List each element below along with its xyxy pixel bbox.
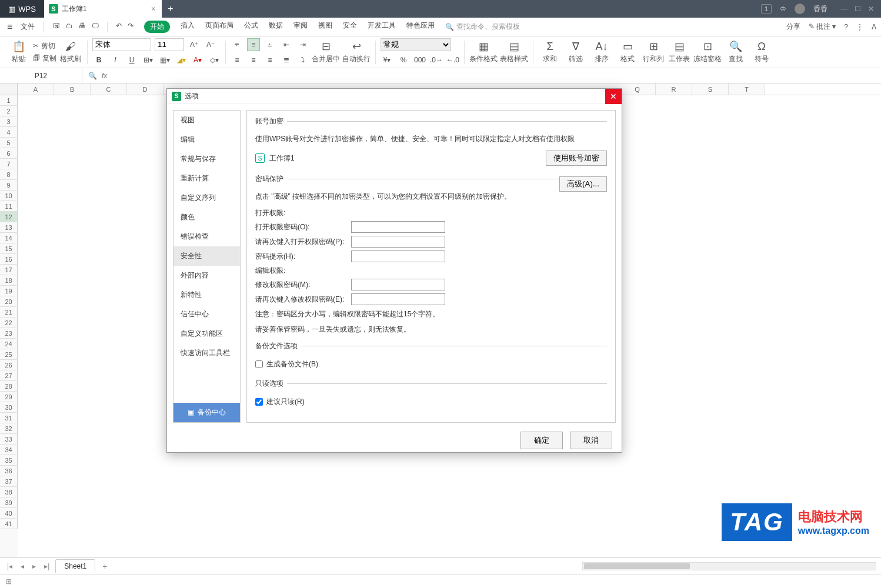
- zoom-icon[interactable]: 🔍: [88, 72, 97, 80]
- file-menu[interactable]: 文件: [17, 22, 38, 32]
- format-painter-button[interactable]: 🖌格式刷: [59, 38, 82, 66]
- fx-icon[interactable]: fx: [102, 72, 107, 80]
- row-header[interactable]: 7: [0, 159, 18, 169]
- row-header[interactable]: 30: [0, 402, 18, 413]
- maximize-icon[interactable]: ☐: [855, 5, 861, 13]
- sidebar-item-general[interactable]: 常规与保存: [173, 149, 240, 169]
- sheet-nav-last-icon[interactable]: ▸|: [42, 562, 52, 570]
- align-right-icon[interactable]: ≡: [263, 54, 276, 66]
- dialog-close-button[interactable]: ✕: [605, 89, 622, 104]
- vip-icon[interactable]: ♔: [780, 5, 786, 13]
- tab-page-layout[interactable]: 页面布局: [205, 21, 233, 33]
- font-name-input[interactable]: [92, 38, 151, 51]
- close-tab-icon[interactable]: ×: [151, 4, 156, 14]
- sheet-nav-prev-icon[interactable]: ◂: [18, 562, 26, 570]
- row-header[interactable]: 5: [0, 138, 18, 148]
- row-header[interactable]: 20: [0, 296, 18, 307]
- row-header[interactable]: 12: [0, 212, 18, 222]
- comment-button[interactable]: ✎ 批注 ▾: [809, 22, 836, 32]
- share-button[interactable]: 分享: [786, 22, 800, 32]
- align-center-icon[interactable]: ≡: [247, 54, 260, 66]
- add-sheet-button[interactable]: +: [99, 562, 111, 571]
- collapse-ribbon-icon[interactable]: ᐱ: [872, 23, 876, 31]
- sidebar-item-color[interactable]: 颜色: [173, 208, 240, 227]
- tab-special[interactable]: 特色应用: [406, 21, 435, 33]
- col-header[interactable]: Q: [619, 83, 656, 95]
- tab-data[interactable]: 数据: [269, 21, 283, 33]
- sort-button[interactable]: A↓排序: [590, 38, 613, 66]
- row-header[interactable]: 19: [0, 286, 18, 296]
- hamburger-icon[interactable]: ≡: [5, 22, 15, 32]
- row-header[interactable]: 8: [0, 169, 18, 180]
- row-header[interactable]: 24: [0, 339, 18, 349]
- row-header[interactable]: 18: [0, 275, 18, 286]
- backup-center-button[interactable]: ▣ 备份中心: [173, 403, 240, 422]
- row-header[interactable]: 21: [0, 307, 18, 318]
- align-bottom-icon[interactable]: ⫨: [263, 38, 276, 51]
- row-header[interactable]: 17: [0, 265, 18, 275]
- percent-icon[interactable]: %: [397, 54, 410, 66]
- font-color-button[interactable]: A▾: [191, 54, 204, 66]
- col-header[interactable]: S: [692, 83, 729, 95]
- row-header[interactable]: 16: [0, 254, 18, 265]
- currency-icon[interactable]: ¥▾: [381, 54, 393, 66]
- increase-indent-icon[interactable]: ⇥: [296, 38, 309, 51]
- increase-decimal-icon[interactable]: .0→: [430, 54, 443, 66]
- increase-font-icon[interactable]: A⁺: [188, 38, 201, 51]
- sidebar-item-edit[interactable]: 编辑: [173, 130, 240, 149]
- border-button[interactable]: ⊞▾: [142, 54, 155, 66]
- wps-logo[interactable]: ▥ WPS: [0, 0, 44, 18]
- wrap-text-button[interactable]: ↩自动换行: [342, 38, 371, 66]
- row-header[interactable]: 26: [0, 360, 18, 370]
- find-button[interactable]: 🔍查找: [724, 38, 747, 66]
- justify-icon[interactable]: ≣: [280, 54, 293, 66]
- underline-button[interactable]: U: [125, 54, 138, 66]
- italic-button[interactable]: I: [109, 54, 122, 66]
- minimize-icon[interactable]: —: [840, 5, 847, 13]
- sheet-nav-next-icon[interactable]: ▸: [30, 562, 38, 570]
- row-header[interactable]: 15: [0, 243, 18, 254]
- bold-button[interactable]: B: [92, 54, 105, 66]
- merge-center-button[interactable]: ⊟合并居中: [312, 38, 340, 66]
- sidebar-item-custom-ribbon[interactable]: 自定义功能区: [173, 324, 240, 343]
- cancel-button[interactable]: 取消: [570, 432, 612, 449]
- name-box[interactable]: P12: [0, 68, 82, 83]
- number-format-select[interactable]: 常规: [381, 38, 451, 51]
- symbol-button[interactable]: Ω符号: [750, 38, 773, 66]
- use-account-encrypt-button[interactable]: 使用账号加密: [546, 151, 607, 166]
- worksheet-button[interactable]: ▤工作表: [668, 38, 691, 66]
- sidebar-item-new-feature[interactable]: 新特性: [173, 285, 240, 305]
- col-header[interactable]: B: [54, 83, 91, 95]
- avatar-icon[interactable]: [795, 4, 805, 14]
- row-header[interactable]: 31: [0, 413, 18, 423]
- freeze-button[interactable]: ⊡冻结窗格: [693, 38, 722, 66]
- document-tab[interactable]: S 工作簿1 ×: [44, 0, 162, 18]
- row-header[interactable]: 38: [0, 487, 18, 497]
- row-header[interactable]: 14: [0, 233, 18, 243]
- open-password-input[interactable]: [351, 221, 445, 233]
- row-header[interactable]: 29: [0, 392, 18, 402]
- sidebar-item-custom-list[interactable]: 自定义序列: [173, 188, 240, 208]
- filter-button[interactable]: ∇筛选: [564, 38, 588, 66]
- row-header[interactable]: 1: [0, 95, 18, 106]
- row-header[interactable]: 10: [0, 191, 18, 201]
- font-size-input[interactable]: [155, 38, 184, 51]
- open-password-confirm-input[interactable]: [351, 236, 445, 248]
- align-top-icon[interactable]: ⫧: [231, 38, 243, 51]
- row-header[interactable]: 39: [0, 497, 18, 508]
- comma-icon[interactable]: 000: [413, 54, 426, 66]
- print-preview-icon[interactable]: 🖵: [92, 22, 99, 32]
- row-header[interactable]: 6: [0, 148, 18, 159]
- help-icon[interactable]: ?: [844, 23, 848, 31]
- tab-start[interactable]: 开始: [144, 21, 170, 33]
- sheet-tab[interactable]: Sheet1: [55, 559, 95, 573]
- sidebar-item-view[interactable]: 视图: [173, 111, 240, 130]
- row-header[interactable]: 27: [0, 370, 18, 381]
- row-header[interactable]: 28: [0, 381, 18, 392]
- tab-security[interactable]: 安全: [343, 21, 357, 33]
- paste-button[interactable]: 📋粘贴: [7, 38, 31, 66]
- decrease-decimal-icon[interactable]: ←.0: [446, 54, 459, 66]
- advanced-button[interactable]: 高级(A)...: [559, 176, 607, 192]
- clear-format-button[interactable]: ◇▾: [208, 54, 221, 66]
- row-header[interactable]: 41: [0, 519, 18, 529]
